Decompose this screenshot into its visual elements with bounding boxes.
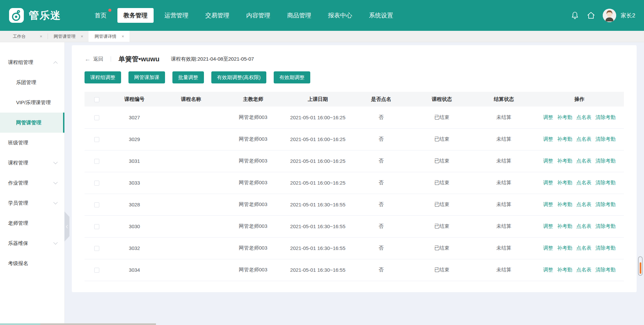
- action-link[interactable]: 清除考勤: [595, 245, 615, 251]
- action-link[interactable]: 清除考勤: [595, 114, 615, 120]
- action-link[interactable]: 清除考勤: [595, 180, 615, 185]
- sidebar-item[interactable]: 乐团管理: [0, 72, 64, 92]
- action-link[interactable]: 点名表: [576, 267, 591, 272]
- sidebar-item[interactable]: 考级报名: [0, 253, 64, 273]
- action-link[interactable]: 点名表: [576, 158, 591, 164]
- nav-item[interactable]: 交易管理: [199, 8, 235, 23]
- action-link[interactable]: 调整: [543, 223, 553, 229]
- action-link[interactable]: 调整: [543, 201, 553, 207]
- horizontal-scrollbar[interactable]: [0, 323, 644, 325]
- tab-close-icon[interactable]: ×: [121, 34, 125, 39]
- action-link[interactable]: 调整: [543, 180, 553, 185]
- action-link[interactable]: 补考勤: [557, 245, 572, 251]
- main-content: ← 返回 单簧管•wuwu 课程有效期:2021-04-08至2021-05-0…: [65, 42, 644, 325]
- table-body: 3027网管老师0032021-05-01 16:00~16:25否已结束未结算…: [85, 107, 624, 281]
- nav-item[interactable]: 报表中心: [322, 8, 358, 23]
- sidebar-item[interactable]: 网管课管理: [0, 113, 64, 133]
- toolbar-button[interactable]: 批量调整: [172, 71, 204, 83]
- table-row: 3027网管老师0032021-05-01 16:00~16:25否已结束未结算…: [85, 107, 624, 128]
- action-link[interactable]: 清除考勤: [595, 158, 615, 164]
- row-checkbox[interactable]: [94, 137, 99, 142]
- action-link[interactable]: 补考勤: [557, 136, 572, 142]
- cell-status: 已结束: [411, 194, 473, 215]
- action-link[interactable]: 调整: [543, 245, 553, 251]
- action-link[interactable]: 点名表: [576, 223, 591, 229]
- cell-rollcall: 否: [352, 259, 411, 281]
- cell-teacher: 网管老师003: [222, 107, 284, 128]
- brand[interactable]: 管乐迷: [9, 8, 79, 23]
- vertical-scrollbar[interactable]: [638, 256, 643, 276]
- action-link[interactable]: 清除考勤: [595, 201, 615, 207]
- tab[interactable]: 网管课管理×: [48, 31, 89, 42]
- cell-date: 2021-05-01 16:30~16:55: [284, 215, 352, 237]
- sidebar-item-label: 学员管理: [8, 200, 28, 206]
- action-link[interactable]: 调整: [543, 114, 553, 120]
- row-checkbox[interactable]: [94, 202, 99, 207]
- action-link[interactable]: 点名表: [576, 136, 591, 142]
- row-checkbox[interactable]: [94, 268, 99, 273]
- tab-close-icon[interactable]: ×: [80, 34, 84, 39]
- back-button[interactable]: ← 返回: [85, 56, 103, 62]
- nav-item[interactable]: 内容管理: [240, 8, 276, 23]
- home-icon[interactable]: [587, 11, 595, 20]
- chevron-down-icon: [53, 160, 58, 164]
- action-link[interactable]: 点名表: [576, 114, 591, 120]
- row-checkbox[interactable]: [94, 159, 99, 164]
- nav-item[interactable]: 商品管理: [281, 8, 317, 23]
- action-link[interactable]: 点名表: [576, 201, 591, 207]
- sidebar-item[interactable]: 乐器维保: [0, 233, 64, 253]
- action-link[interactable]: 点名表: [576, 245, 591, 251]
- sidebar-item[interactable]: 课程管理: [0, 153, 64, 173]
- action-link[interactable]: 调整: [543, 267, 553, 272]
- toolbar-button[interactable]: 课程组调整: [85, 71, 121, 83]
- horizontal-scroll-thumb[interactable]: [40, 323, 156, 325]
- cell-teacher: 网管老师003: [222, 259, 284, 281]
- toolbar-button[interactable]: 有效期调整: [274, 71, 310, 83]
- avatar[interactable]: [603, 9, 616, 22]
- sidebar-item[interactable]: 学员管理: [0, 193, 64, 213]
- back-arrow-icon: ←: [85, 56, 91, 62]
- action-link[interactable]: 补考勤: [557, 201, 572, 207]
- action-link[interactable]: 调整: [543, 136, 553, 142]
- vertical-scroll-thumb[interactable]: [640, 262, 641, 274]
- action-link[interactable]: 补考勤: [557, 223, 572, 229]
- action-link[interactable]: 补考勤: [557, 158, 572, 164]
- row-actions: 调整补考勤点名表清除考勤: [535, 107, 624, 128]
- cell-rollcall: 否: [352, 150, 411, 172]
- row-checkbox[interactable]: [94, 115, 99, 120]
- sidebar-item[interactable]: VIP/乐理课管理: [0, 92, 64, 113]
- action-link[interactable]: 清除考勤: [595, 267, 615, 272]
- action-link[interactable]: 补考勤: [557, 267, 572, 272]
- action-link[interactable]: 清除考勤: [595, 223, 615, 229]
- sidebar-item[interactable]: 课程组管理: [0, 52, 64, 72]
- cell-settle: 未结算: [473, 237, 535, 259]
- row-checkbox[interactable]: [94, 246, 99, 251]
- action-link[interactable]: 清除考勤: [595, 136, 615, 142]
- toolbar-button[interactable]: 网管课加课: [128, 71, 165, 83]
- tab-close-icon[interactable]: ×: [39, 34, 43, 39]
- toolbar-button[interactable]: 有效期调整(高权限): [211, 71, 266, 83]
- horizontal-scroll-left-segment[interactable]: [0, 323, 40, 325]
- nav-item[interactable]: 运营管理: [158, 8, 195, 23]
- sidebar-item[interactable]: 班级管理: [0, 133, 64, 153]
- cell-teacher: 网管老师003: [222, 172, 284, 194]
- nav-item[interactable]: 首页: [89, 8, 113, 23]
- row-checkbox[interactable]: [94, 224, 99, 229]
- action-link[interactable]: 补考勤: [557, 180, 572, 185]
- sidebar-item[interactable]: 老师管理: [0, 213, 64, 233]
- select-all-checkbox[interactable]: [94, 97, 99, 102]
- action-link[interactable]: 调整: [543, 158, 553, 164]
- cell-status: 已结束: [411, 150, 473, 172]
- nav-item[interactable]: 系统设置: [363, 8, 399, 23]
- tab[interactable]: 网管课详情×: [89, 31, 129, 42]
- nav-item[interactable]: 教务管理: [117, 8, 154, 23]
- tab[interactable]: 工作台×: [7, 31, 48, 42]
- bell-icon[interactable]: [571, 11, 579, 20]
- table-row: 3029网管老师0032021-05-01 16:00~16:25否已结束未结算…: [85, 128, 624, 150]
- user-name[interactable]: 家长2: [621, 12, 635, 19]
- sidebar-item[interactable]: 作业管理: [0, 173, 64, 193]
- action-link[interactable]: 点名表: [576, 180, 591, 185]
- cell-rollcall: 否: [352, 194, 411, 215]
- row-checkbox[interactable]: [94, 181, 99, 186]
- action-link[interactable]: 补考勤: [557, 114, 572, 120]
